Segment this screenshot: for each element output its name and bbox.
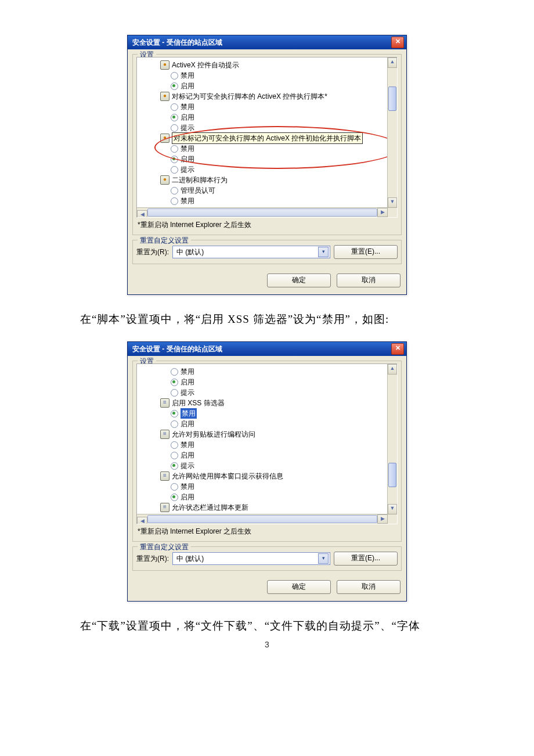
scroll-corner [388,208,397,217]
scroll-up-icon[interactable]: ▲ [388,364,397,375]
radio-icon[interactable] [171,156,178,163]
vertical-scrollbar[interactable]: ▲ ▼ [387,364,397,514]
reset-button[interactable]: 重置(E)... [334,245,398,259]
ok-button[interactable]: 确定 [267,273,331,287]
scroll-thumb[interactable] [388,463,396,487]
setting-option[interactable]: 禁用 [137,366,388,377]
radio-icon[interactable] [171,462,178,470]
option-label: 禁用 [181,408,197,419]
setting-option[interactable]: 禁用 [137,481,388,492]
radio-icon[interactable] [171,187,178,195]
radio-icon[interactable] [171,114,178,121]
setting-category: ≡允许网站使用脚本窗口提示获得信息 [137,471,388,481]
setting-option[interactable]: 禁用 [137,70,388,81]
setting-option[interactable]: 启用 [137,81,388,91]
scroll-down-icon[interactable]: ▼ [388,197,397,208]
radio-icon[interactable] [171,389,178,397]
restart-note: *重新启动 Internet Explorer 之后生效 [136,218,398,231]
reset-to-label: 重置为(R): [136,554,169,564]
radio-icon[interactable] [171,379,178,386]
setting-option[interactable]: 禁用 [137,196,388,206]
setting-option[interactable]: 提示 [137,164,388,175]
setting-option[interactable]: 提示 [137,387,388,398]
activex-icon: ● [160,134,169,143]
setting-option[interactable]: 启用 [137,377,388,387]
setting-option[interactable]: 提示 [137,123,388,133]
option-label: 启用 [181,377,194,387]
option-label: 禁用 [181,196,194,206]
script-icon: ≡ [160,503,169,512]
radio-icon[interactable] [171,452,178,459]
vertical-scrollbar[interactable]: ▲ ▼ [387,57,397,208]
setting-option[interactable]: 禁用 [137,143,388,154]
radio-icon[interactable] [171,103,178,111]
setting-option[interactable]: 提示 [137,460,388,471]
scroll-right-icon[interactable]: ▶ [377,208,388,217]
reset-to-label: 重置为(R): [136,247,169,257]
reset-button[interactable]: 重置(E)... [334,552,398,566]
settings-listbox[interactable]: 禁用启用提示≡启用 XSS 筛选器禁用启用≡允许对剪贴板进行编程访问禁用启用提示… [136,363,398,524]
chevron-down-icon[interactable]: ▾ [318,247,329,257]
close-icon[interactable]: ✕ [391,37,404,48]
setting-option[interactable]: 禁用 [137,408,388,419]
radio-icon[interactable] [171,441,178,449]
setting-option[interactable]: 启用 [137,112,388,123]
settings-group: 设置 ●ActiveX 控件自动提示禁用启用●对标记为可安全执行脚本的 Acti… [132,54,402,235]
cancel-button[interactable]: 取消 [337,273,400,287]
radio-icon[interactable] [171,197,178,205]
option-label: 禁用 [181,366,194,377]
radio-icon[interactable] [171,145,178,153]
radio-icon[interactable] [171,82,178,90]
hscroll-thumb[interactable] [147,208,377,217]
scroll-up-icon[interactable]: ▲ [388,57,397,68]
scroll-thumb[interactable] [388,87,396,111]
chevron-down-icon[interactable]: ▾ [318,553,329,564]
cancel-button[interactable]: 取消 [337,580,400,594]
category-label: 对标记为可安全执行脚本的 ActiveX 控件执行脚本* [172,91,327,102]
option-label: 禁用 [181,70,194,81]
radio-icon[interactable] [171,368,178,376]
list-content: ●ActiveX 控件自动提示禁用启用●对标记为可安全执行脚本的 ActiveX… [137,57,388,208]
activex-icon: ● [160,92,169,101]
reset-group: 重置自定义设置 重置为(R): 中 (默认) ▾ 重置(E)... [132,546,402,571]
setting-option[interactable]: 启用 [137,154,388,164]
setting-option[interactable]: 启用 [137,450,388,460]
setting-option[interactable]: 管理员认可 [137,185,388,196]
page: 安全设置 - 受信任的站点区域 ✕ 设置 ●ActiveX 控件自动提示禁用启用… [0,0,534,661]
radio-icon[interactable] [171,124,178,132]
setting-category: ≡允许对剪贴板进行编程访问 [137,429,388,440]
instruction-paragraph-2: 在“下载”设置项中，将“文件下载”、“文件下载的自动提示”、“字体 [58,615,499,636]
reset-level-combo[interactable]: 中 (默认) ▾ [172,552,330,565]
hscroll-thumb[interactable] [147,515,377,523]
horizontal-scrollbar[interactable]: ◀ ▶ [137,514,388,524]
reset-group-label: 重置自定义设置 [138,236,191,246]
radio-icon[interactable] [171,483,178,491]
scroll-down-icon[interactable]: ▼ [388,504,397,514]
titlebar[interactable]: 安全设置 - 受信任的站点区域 ✕ [128,35,406,49]
radio-icon[interactable] [171,72,178,80]
scroll-left-icon[interactable]: ◀ [137,517,147,524]
option-label: 管理员认可 [181,185,215,196]
script-icon: ≡ [160,398,169,408]
category-label: 二进制和脚本行为 [172,175,228,185]
radio-icon[interactable] [171,420,178,428]
setting-option[interactable]: 禁用 [137,440,388,450]
category-label: 允许网站使用脚本窗口提示获得信息 [172,471,283,481]
radio-icon[interactable] [171,494,178,501]
ok-button[interactable]: 确定 [267,580,331,594]
setting-option[interactable]: 禁用 [137,102,388,112]
reset-level-combo[interactable]: 中 (默认) ▾ [172,246,330,258]
scroll-left-icon[interactable]: ◀ [137,210,147,218]
radio-icon[interactable] [171,166,178,174]
close-icon[interactable]: ✕ [391,343,404,355]
settings-listbox[interactable]: ●ActiveX 控件自动提示禁用启用●对标记为可安全执行脚本的 ActiveX… [136,57,398,218]
settings-group: 设置 禁用启用提示≡启用 XSS 筛选器禁用启用≡允许对剪贴板进行编程访问禁用启… [132,361,402,542]
option-label: 提示 [181,123,194,133]
radio-icon[interactable] [171,410,178,417]
setting-option[interactable]: 启用 [137,419,388,429]
horizontal-scrollbar[interactable]: ◀ ▶ [137,207,388,217]
category-label: ActiveX 控件自动提示 [172,60,239,70]
titlebar[interactable]: 安全设置 - 受信任的站点区域 ✕ [128,342,406,356]
scroll-right-icon[interactable]: ▶ [377,514,388,524]
setting-option[interactable]: 启用 [137,492,388,502]
